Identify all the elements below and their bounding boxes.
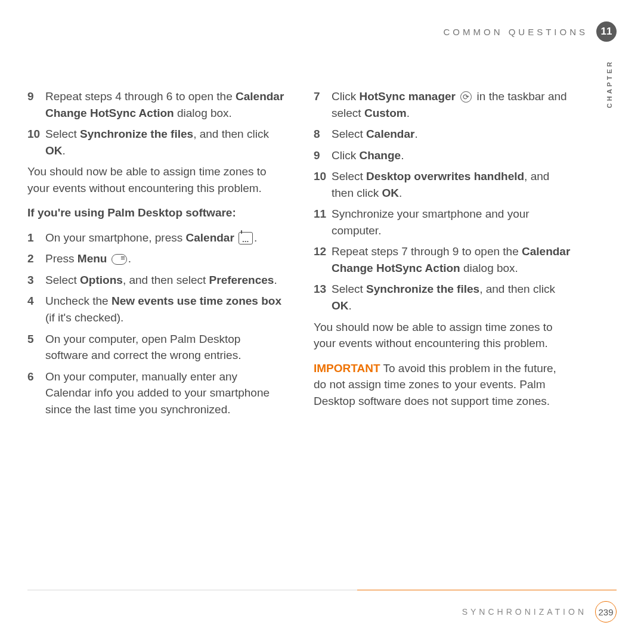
paragraph: You should now be able to assign time zo…: [27, 163, 285, 196]
text: Click: [332, 149, 359, 162]
content-columns: 9 Repeat steps 4 through 6 to open the C…: [27, 21, 617, 422]
step-body: Select Options, and then select Preferen…: [45, 272, 285, 289]
left-column: 9 Repeat steps 4 through 6 to open the C…: [27, 88, 285, 422]
step-number: 8: [314, 126, 332, 143]
paragraph: You should now be able to assign time zo…: [314, 319, 571, 352]
text: Repeat steps 7 through 9 to open the: [332, 245, 522, 258]
step-body: On your computer, manually enter any Cal…: [45, 369, 285, 418]
text-bold: Menu: [78, 252, 107, 265]
step-12: 12 Repeat steps 7 through 9 to open the …: [314, 243, 571, 276]
step-number: 1: [27, 230, 45, 246]
step-10-right: 10 Select Desktop overwrites handheld, a…: [314, 168, 571, 201]
chapter-side-label: CHAPTER: [606, 60, 613, 108]
step-3: 3 Select Options, and then select Prefer…: [27, 272, 285, 289]
text: .: [349, 299, 352, 312]
text-bold: OK: [45, 144, 63, 157]
text-bold: Custom: [364, 107, 407, 119]
text: .: [254, 231, 257, 244]
right-column: 7 Click HotSync manager in the taskbar a…: [314, 88, 571, 422]
step-number: 4: [27, 293, 45, 326]
footer-title: SYNCHRONIZATION: [462, 607, 587, 617]
text-bold: Change: [359, 149, 401, 162]
text-bold: OK: [382, 187, 399, 199]
step-2: 2 Press Menu .: [27, 250, 285, 267]
step-body: Select Synchronize the files, and then c…: [332, 281, 571, 314]
step-13: 13 Select Synchronize the files, and the…: [314, 281, 571, 314]
menu-icon: [110, 254, 128, 265]
text-bold: Calendar: [186, 231, 234, 244]
text: .: [63, 144, 66, 157]
page-number: 239: [595, 601, 617, 623]
step-number: 2: [27, 250, 45, 267]
text: .: [414, 128, 417, 140]
chapter-number-badge: 11: [596, 21, 617, 42]
text-bold: Options: [80, 274, 123, 286]
text: .: [274, 274, 277, 286]
step-number: 10: [27, 126, 45, 159]
text: (if it's checked).: [45, 311, 123, 324]
step-11: 11 Synchronize your smartphone and your …: [314, 206, 571, 239]
step-6: 6 On your computer, manually enter any C…: [27, 369, 285, 418]
step-number: 9: [314, 147, 332, 164]
step-8: 8 Select Calendar.: [314, 126, 571, 143]
text-bold: Preferences: [209, 274, 274, 286]
step-number: 13: [314, 281, 332, 314]
page: COMMON QUESTIONS 11 CHAPTER 9 Repeat ste…: [0, 0, 644, 644]
step-body: Select Desktop overwrites handheld, and …: [332, 168, 571, 201]
step-body: On your smartphone, press Calendar .: [45, 230, 285, 246]
text-bold: OK: [332, 299, 349, 312]
step-1: 1 On your smartphone, press Calendar .: [27, 230, 285, 246]
step-number: 9: [27, 88, 45, 121]
text-bold: Desktop overwrites handheld: [366, 170, 524, 182]
page-footer: SYNCHRONIZATION 239: [27, 590, 617, 623]
text-bold: Synchronize the files: [80, 128, 193, 140]
text: , and then click: [479, 283, 555, 295]
step-body: Click HotSync manager in the taskbar and…: [332, 88, 571, 121]
step-body: Select Calendar.: [332, 126, 571, 143]
step-7: 7 Click HotSync manager in the taskbar a…: [314, 88, 571, 121]
text-bold: Synchronize the files: [366, 283, 479, 295]
text: Select: [332, 170, 366, 182]
text: Select: [45, 128, 80, 140]
text: , and then click: [193, 128, 269, 140]
text: .: [399, 187, 402, 199]
step-9-right: 9 Click Change.: [314, 147, 571, 164]
step-9-left: 9 Repeat steps 4 through 6 to open the C…: [27, 88, 285, 121]
step-body: Repeat steps 7 through 9 to open the Cal…: [332, 243, 571, 276]
step-body: Repeat steps 4 through 6 to open the Cal…: [45, 88, 285, 121]
step-body: Uncheck the New events use time zones bo…: [45, 293, 285, 326]
step-body: Press Menu .: [45, 250, 285, 267]
footer-row: SYNCHRONIZATION 239: [27, 601, 617, 623]
text: Click: [332, 90, 359, 103]
step-number: 3: [27, 272, 45, 289]
step-5: 5 On your computer, open Palm Desktop so…: [27, 331, 285, 364]
text: , and then select: [123, 274, 209, 286]
text-bold: HotSync manager: [359, 90, 456, 103]
step-body: On your computer, open Palm Desktop soft…: [45, 331, 285, 364]
step-number: 7: [314, 88, 332, 121]
step-number: 10: [314, 168, 332, 201]
text: .: [407, 107, 410, 119]
step-number: 12: [314, 243, 332, 276]
step-body: Select Synchronize the files, and then c…: [45, 126, 285, 159]
sub-heading: If you're using Palm Desktop software:: [27, 205, 285, 221]
text: .: [401, 149, 404, 162]
step-body: Click Change.: [332, 147, 571, 164]
text: Repeat steps 4 through 6 to open the: [45, 90, 236, 103]
text: dialog box.: [460, 262, 518, 274]
header-title: COMMON QUESTIONS: [443, 27, 588, 37]
calendar-icon: [237, 232, 254, 244]
step-4: 4 Uncheck the New events use time zones …: [27, 293, 285, 326]
text-bold: New events use time zones box: [112, 295, 281, 307]
text: dialog box.: [174, 107, 232, 119]
text: .: [128, 252, 131, 265]
text: Select: [332, 128, 366, 140]
step-number: 5: [27, 331, 45, 364]
step-10-left: 10 Select Synchronize the files, and the…: [27, 126, 285, 159]
text: On your smartphone, press: [45, 231, 186, 244]
text: Uncheck the: [45, 295, 112, 307]
text-bold: Calendar: [366, 128, 414, 140]
important-label: IMPORTANT: [314, 362, 380, 374]
hotsync-icon: [459, 91, 473, 103]
page-header: COMMON QUESTIONS 11: [443, 21, 617, 42]
